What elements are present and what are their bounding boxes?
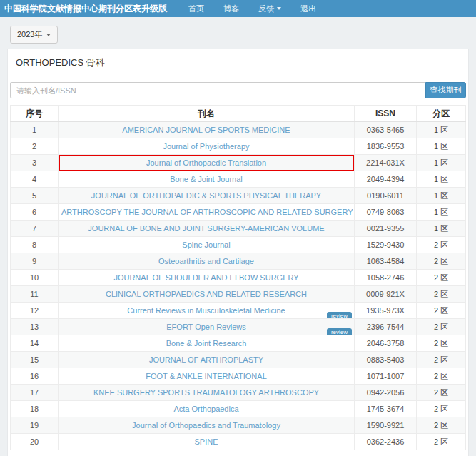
journal-name-cell: AMERICAN JOURNAL OF SPORTS MEDICINE (59, 122, 355, 138)
issn-value: 1590-9921 (355, 417, 417, 434)
row-index: 15 (11, 352, 59, 368)
journal-name-cell: CLINICAL ORTHOPAEDICS AND RELATED RESEAR… (59, 286, 355, 303)
zone-value: 2 区 (417, 270, 466, 286)
issn-value: 2214-031X (355, 155, 417, 171)
issn-value: 2049-4394 (355, 171, 417, 188)
table-row: 20 SPINE 0362-2436 2 区 (11, 434, 466, 450)
search-journals-button[interactable]: 查找期刊 (425, 82, 466, 98)
journal-name-cell: JOURNAL OF SHOULDER AND ELBOW SURGERY (59, 270, 355, 286)
journal-link[interactable]: EFORT Open Reviews (166, 323, 245, 331)
nav-item-blog[interactable]: 博客 (223, 4, 239, 14)
row-index: 11 (11, 286, 59, 303)
journal-name-cell: Journal of Orthopaedic Translation (59, 155, 355, 171)
issn-value: 1529-9430 (355, 237, 417, 253)
issn-value: 0363-5465 (355, 122, 417, 138)
journal-name-cell: JOURNAL OF BONE AND JOINT SURGERY-AMERIC… (59, 221, 355, 237)
row-index: 3 (11, 155, 59, 171)
issn-value: 1063-4584 (355, 253, 417, 270)
table-row: 10 JOURNAL OF SHOULDER AND ELBOW SURGERY… (11, 270, 466, 286)
journal-search-input[interactable] (10, 82, 425, 98)
issn-value: 0009-921X (355, 286, 417, 303)
journal-name-cell: Acta Orthopaedica (59, 401, 355, 417)
year-dropdown-label: 2023年 (17, 29, 42, 40)
nav-item-feedback[interactable]: 反馈 (258, 4, 281, 14)
column-header-name: 刊名 (59, 106, 355, 122)
row-index: 7 (11, 221, 59, 237)
nav-item-logout[interactable]: 退出 (300, 4, 316, 14)
year-selector-row: 2023年 (0, 17, 476, 49)
zone-value: 1 区 (417, 204, 466, 221)
journal-link[interactable]: Acta Orthopaedica (173, 405, 238, 413)
row-index: 1 (11, 122, 59, 138)
navbar-brand[interactable]: 中国科学院文献情报中心期刊分区表升级版 (4, 3, 167, 15)
table-row: 19 Journal of Orthopaedics and Traumatol… (11, 417, 466, 434)
row-index: 8 (11, 237, 59, 253)
journal-name-cell: Current Reviews in Musculoskeletal Medic… (59, 303, 355, 319)
journal-link[interactable]: Bone & Joint Journal (170, 175, 243, 183)
journal-link[interactable]: AMERICAN JOURNAL OF SPORTS MEDICINE (122, 126, 290, 134)
table-row: 2 Journal of Physiotherapy 1836-9553 1 区 (11, 138, 466, 155)
review-badge[interactable]: review (327, 312, 352, 319)
journal-link[interactable]: KNEE SURGERY SPORTS TRAUMATOLOGY ARTHROS… (93, 388, 319, 397)
journal-link[interactable]: SPINE (194, 437, 218, 446)
column-header-issn: ISSN (355, 106, 417, 122)
journal-link[interactable]: ARTHROSCOPY-THE JOURNAL OF ARTHROSCOPIC … (61, 208, 353, 216)
column-header-zone: 分区 (417, 106, 466, 122)
journal-link[interactable]: JOURNAL OF ARTHROPLASTY (149, 355, 263, 364)
zone-value: 1 区 (417, 188, 466, 204)
zone-value: 2 区 (417, 434, 466, 450)
table-footer: 1 of 5 (共 88 条) «12345» (10, 450, 466, 456)
table-row: 5 JOURNAL OF ORTHOPAEDIC & SPORTS PHYSIC… (11, 188, 466, 204)
issn-value: 1071-1007 (355, 368, 417, 385)
table-header-row: 序号 刊名 ISSN 分区 (11, 106, 466, 122)
row-index: 12 (11, 303, 59, 319)
journal-name-cell: Bone & Joint Journal (59, 171, 355, 188)
journal-search-bar: 查找期刊 (10, 82, 466, 98)
row-index: 10 (11, 270, 59, 286)
row-index: 5 (11, 188, 59, 204)
journal-name-cell: EFORT Open Reviews review (59, 319, 355, 335)
journal-name-cell: ARTHROSCOPY-THE JOURNAL OF ARTHROSCOPIC … (59, 204, 355, 221)
zone-value: 2 区 (417, 368, 466, 385)
issn-value: 1058-2746 (355, 270, 417, 286)
journal-link[interactable]: JOURNAL OF BONE AND JOINT SURGERY-AMERIC… (88, 224, 324, 233)
review-badge[interactable]: review (327, 328, 352, 335)
issn-value: 2396-7544 (355, 319, 417, 335)
zone-value: 1 区 (417, 122, 466, 138)
issn-value: 1836-9553 (355, 138, 417, 155)
nav-item-home[interactable]: 首页 (188, 4, 204, 14)
zone-value: 2 区 (417, 237, 466, 253)
journal-link[interactable]: Bone & Joint Research (166, 339, 247, 348)
issn-value: 0749-8063 (355, 204, 417, 221)
table-row: 4 Bone & Joint Journal 2049-4394 1 区 (11, 171, 466, 188)
journal-name-cell: Journal of Orthopaedics and Traumatology (59, 417, 355, 434)
journal-link[interactable]: Spine Journal (182, 240, 230, 249)
journal-link[interactable]: Journal of Orthopaedics and Traumatology (132, 421, 280, 430)
zone-value: 2 区 (417, 335, 466, 352)
zone-value: 1 区 (417, 155, 466, 171)
journal-link[interactable]: CLINICAL ORTHOPAEDICS AND RELATED RESEAR… (106, 290, 307, 298)
journal-name-cell: Spine Journal (59, 237, 355, 253)
journal-link[interactable]: Osteoarthritis and Cartilage (158, 257, 254, 265)
zone-value: 1 区 (417, 221, 466, 237)
issn-value: 1935-973X (355, 303, 417, 319)
zone-value: 2 区 (417, 319, 466, 335)
journal-link[interactable]: Journal of Physiotherapy (163, 142, 249, 151)
journal-link[interactable]: FOOT & ANKLE INTERNATIONAL (146, 372, 267, 380)
journal-link[interactable]: Current Reviews in Musculoskeletal Medic… (127, 306, 285, 315)
journal-link[interactable]: Journal of Orthopaedic Translation (146, 158, 266, 167)
journal-link[interactable]: JOURNAL OF ORTHOPAEDIC & SPORTS PHYSICAL… (91, 191, 321, 200)
category-title: ORTHOPEDICS 骨科 (10, 49, 466, 76)
journal-link[interactable]: JOURNAL OF SHOULDER AND ELBOW SURGERY (113, 273, 298, 282)
journal-list-panel: ORTHOPEDICS 骨科 查找期刊 序号 刊名 ISSN 分区 1 AMER… (7, 49, 469, 456)
journals-table: 序号 刊名 ISSN 分区 1 AMERICAN JOURNAL OF SPOR… (10, 105, 466, 450)
table-row: 3 Journal of Orthopaedic Translation 221… (11, 155, 466, 171)
row-index: 20 (11, 434, 59, 450)
table-row: 11 CLINICAL ORTHOPAEDICS AND RELATED RES… (11, 286, 466, 303)
zone-value: 1 区 (417, 138, 466, 155)
table-row: 7 JOURNAL OF BONE AND JOINT SURGERY-AMER… (11, 221, 466, 237)
year-dropdown-button[interactable]: 2023年 (10, 26, 58, 44)
issn-value: 0021-9355 (355, 221, 417, 237)
table-row: 6 ARTHROSCOPY-THE JOURNAL OF ARTHROSCOPI… (11, 204, 466, 221)
journal-table-body: 1 AMERICAN JOURNAL OF SPORTS MEDICINE 03… (11, 122, 466, 450)
